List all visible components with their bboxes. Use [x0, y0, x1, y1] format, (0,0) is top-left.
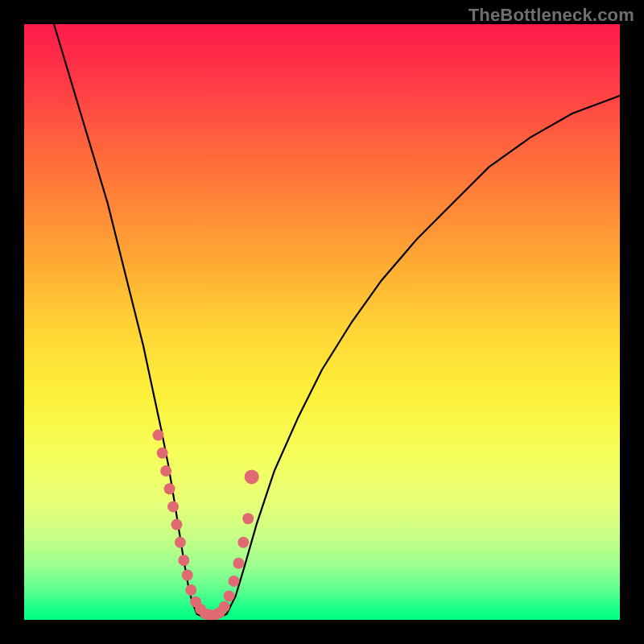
chart-frame: TheBottleneck.com	[0, 0, 644, 644]
plot-background-gradient	[24, 24, 620, 620]
watermark-label: TheBottleneck.com	[469, 5, 634, 26]
